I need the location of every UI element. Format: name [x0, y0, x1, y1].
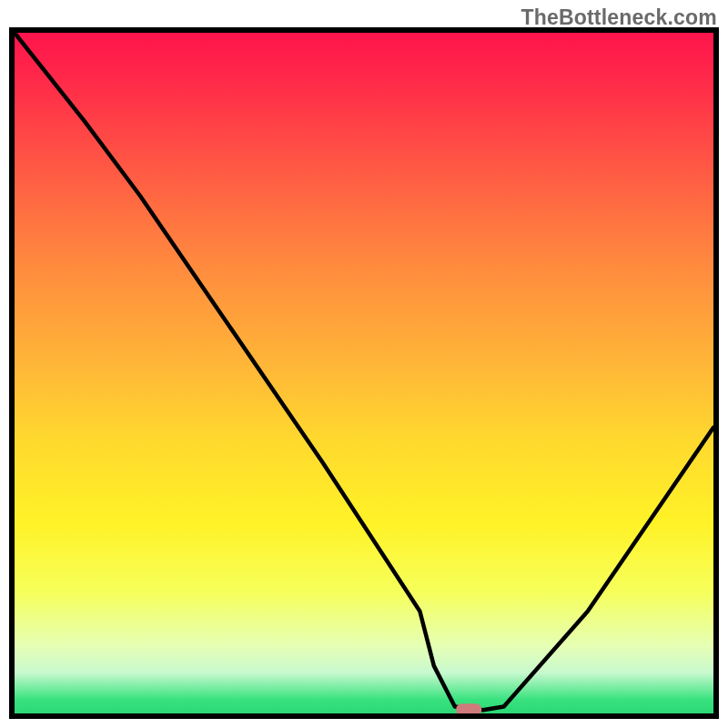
- plot-area: [9, 27, 719, 719]
- bottleneck-curve: [15, 33, 713, 713]
- optimal-point-marker: [456, 703, 481, 713]
- curve-path: [15, 33, 713, 710]
- watermark-text: TheBottleneck.com: [521, 5, 717, 30]
- chart-container: TheBottleneck.com: [0, 0, 728, 728]
